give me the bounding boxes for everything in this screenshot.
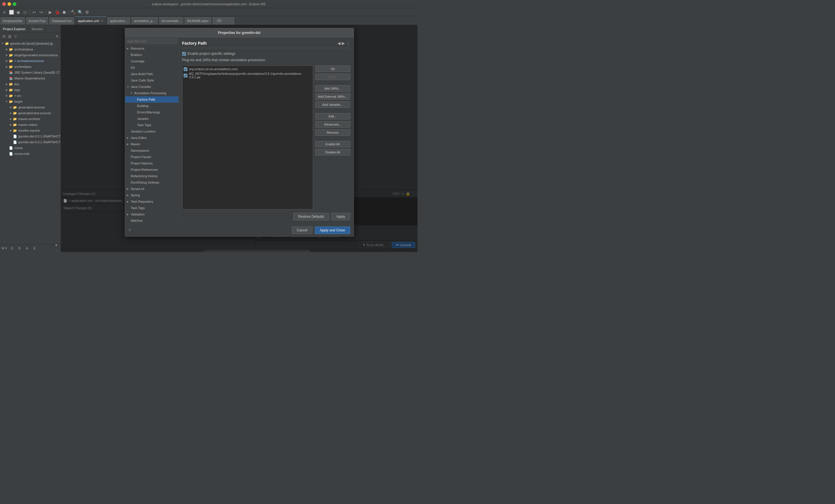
plugin-row-1[interactable]: org.eclipse.jst.ws.annotations.core bbox=[183, 66, 313, 72]
toolbar-btn-6[interactable]: ↪ bbox=[38, 9, 44, 15]
dlg-tree-task-tags[interactable]: Task Tags bbox=[125, 205, 179, 211]
tree-item-doc[interactable]: ▶ 📂 doc bbox=[0, 81, 61, 87]
sidebar-more-btn[interactable]: ⋯ bbox=[53, 249, 60, 252]
dlg-tree-maven[interactable]: ▶ Maven bbox=[125, 141, 179, 147]
tree-item-maven-deps[interactable]: 📚 Maven Dependencies bbox=[0, 76, 61, 81]
sidebar-bottom-b[interactable]: B bbox=[16, 245, 23, 252]
dlg-tree-resource[interactable]: ▶ Resource bbox=[125, 45, 179, 51]
tree-item-mvnw[interactable]: 📄 mvnw bbox=[0, 145, 61, 151]
toolbar-btn-3[interactable]: ◉ bbox=[15, 9, 21, 15]
add-external-jars-button[interactable]: Add External JARs... bbox=[315, 93, 350, 100]
dlg-tree-wikitext[interactable]: WikiText bbox=[125, 217, 179, 224]
maximize-button[interactable] bbox=[13, 2, 16, 6]
tree-item-generated-sources[interactable]: ▶ 📂 target/generated-sources/anno bbox=[0, 52, 61, 58]
dlg-tree-run-debug[interactable]: Run/Debug Settings bbox=[125, 179, 179, 186]
toolbar-btn-debug[interactable]: 🐞 bbox=[54, 9, 60, 15]
dlg-tree-task-tags-child[interactable]: Task Tags bbox=[125, 122, 179, 128]
disable-all-button[interactable]: Disable All bbox=[315, 149, 350, 155]
enable-all-button[interactable]: Enable All bbox=[315, 141, 350, 147]
add-variable-button[interactable]: Add Variable... bbox=[315, 102, 350, 108]
filter-input[interactable] bbox=[126, 39, 177, 44]
dlg-tree-errors-warnings[interactable]: Errors/Warnings bbox=[125, 109, 179, 115]
toolbar-btn-1[interactable]: ≡ bbox=[1, 9, 7, 15]
tab-databasecon[interactable]: DatabaseCon bbox=[49, 17, 75, 25]
dlg-tree-factory-path[interactable]: Factory Path bbox=[125, 96, 179, 103]
tree-item-src-main-java[interactable]: ▶ 📂 src/main/java bbox=[0, 46, 61, 52]
add-jars-button[interactable]: Add JARs... bbox=[315, 85, 350, 92]
sidebar-collapse-btn[interactable]: ⊟ bbox=[1, 34, 6, 39]
plugin-row-2[interactable]: M2_REPO/org/apache/tinkerpop/gremlin-ann… bbox=[183, 72, 313, 79]
sidebar-close-btn[interactable]: ✕ bbox=[54, 34, 60, 39]
plugin-checkbox-2[interactable] bbox=[184, 74, 187, 78]
tree-item-mvnw-cmd[interactable]: 📄 mvnw.cmd bbox=[0, 151, 61, 156]
tab-application-yml[interactable]: application.yml ✕ bbox=[75, 17, 107, 25]
sidebar-bottom-wv[interactable]: W V bbox=[1, 245, 7, 252]
dlg-tree-project-facets[interactable]: Project Facets bbox=[125, 154, 179, 160]
toolbar-btn-gear[interactable]: ⚙ bbox=[84, 9, 90, 15]
nav-forward-button[interactable]: ▶ bbox=[342, 41, 345, 45]
tree-item-src-main-resources[interactable]: ▶ 📂 > src/main/resources bbox=[0, 58, 61, 64]
toolbar-btn-build[interactable]: 🔨 bbox=[70, 9, 76, 15]
sidebar-tab-project-explorer[interactable]: Project Explorer bbox=[0, 25, 29, 33]
restore-defaults-button[interactable]: Restore Defaults bbox=[293, 213, 329, 220]
tab-dcl-annotati[interactable]: dcl-annotati... bbox=[158, 17, 184, 25]
dlg-tree-java-compiler[interactable]: ▼ Java Compiler bbox=[125, 84, 179, 90]
sidebar-bottom-d[interactable]: D bbox=[9, 245, 15, 252]
sidebar-bottom-e[interactable]: E bbox=[31, 245, 38, 252]
sidebar-tab-servers[interactable]: Servers bbox=[29, 25, 46, 33]
cancel-button[interactable]: Cancel bbox=[292, 227, 312, 234]
toolbar-btn-7[interactable]: ▶ bbox=[47, 9, 54, 15]
dlg-tree-coverage[interactable]: Coverage bbox=[125, 58, 179, 64]
tree-item-src-test-java[interactable]: ▶ 📂 src/test/java bbox=[0, 64, 61, 69]
dlg-tree-namespaces[interactable]: Namespaces bbox=[125, 147, 179, 154]
dlg-tree-project-natures[interactable]: Project Natures bbox=[125, 160, 179, 166]
apply-button[interactable]: Apply bbox=[331, 213, 350, 220]
dlg-tree-builders[interactable]: Builders bbox=[125, 51, 179, 58]
tab-application2[interactable]: application... bbox=[106, 17, 131, 25]
dlg-tree-refactoring-history[interactable]: Refactoring History bbox=[125, 173, 179, 179]
sidebar-bottom-a[interactable]: A bbox=[24, 245, 30, 252]
toolbar-btn-stop[interactable]: ⏹ bbox=[61, 9, 67, 15]
minimize-button[interactable] bbox=[7, 2, 11, 6]
toolbar-btn-2[interactable]: ⬜ bbox=[8, 9, 15, 15]
sidebar-link-btn[interactable]: ⛓ bbox=[7, 34, 12, 39]
tree-item-target[interactable]: ▼ 📂 target bbox=[0, 99, 61, 104]
up-button[interactable]: Up bbox=[315, 65, 350, 72]
tree-item-jre[interactable]: 📚 JRE System Library [JavaSE-17 bbox=[0, 69, 61, 76]
plugin-checkbox-1[interactable] bbox=[184, 67, 187, 71]
nav-more-button[interactable]: ⋮ bbox=[346, 41, 350, 45]
tree-item-maven-status[interactable]: ▶ 📂 maven-status bbox=[0, 122, 61, 128]
dlg-tree-javadoc-location[interactable]: Javadoc Location bbox=[125, 128, 179, 134]
dlg-tree-sonarlint[interactable]: ▶ SonarLint bbox=[125, 186, 179, 192]
dlg-tree-validation[interactable]: ▶ Validation bbox=[125, 211, 179, 217]
tab-more[interactable]: +5 bbox=[212, 17, 235, 25]
remove-button[interactable]: Remove bbox=[315, 129, 350, 136]
tree-item-gen-sources[interactable]: ▶ 📂 generated-sources bbox=[0, 104, 61, 110]
toolbar-btn-5[interactable]: ↩ bbox=[31, 9, 37, 15]
nav-back-button[interactable]: ◀ bbox=[338, 41, 341, 45]
tab-readme[interactable]: README.adoc bbox=[184, 17, 212, 25]
sidebar-filter-btn[interactable]: ▽ bbox=[13, 34, 18, 39]
tab-annotation[interactable]: annotation_p... bbox=[131, 17, 158, 25]
dlg-tree-java-build-path[interactable]: Java Build Path bbox=[125, 71, 179, 77]
dlg-tree-project-references[interactable]: Project References bbox=[125, 166, 179, 173]
tab-auctiontrav[interactable]: AuctionTrav bbox=[25, 17, 49, 25]
dlg-tree-annotation-processing[interactable]: ▼ Annotation Processing bbox=[125, 90, 179, 96]
tree-item-src[interactable]: ▶ 📂 > src bbox=[0, 93, 61, 99]
dlg-tree-git[interactable]: Git bbox=[125, 64, 179, 71]
help-icon[interactable]: ? bbox=[128, 228, 131, 233]
edit-button[interactable]: Edit... bbox=[315, 113, 350, 120]
dlg-tree-task-repository[interactable]: ▶ Task Repository bbox=[125, 198, 179, 205]
dlg-tree-building[interactable]: Building bbox=[125, 103, 179, 109]
dlg-tree-java-editor[interactable]: ▶ Java Editor bbox=[125, 134, 179, 141]
dlg-tree-spring[interactable]: ▶ Spring bbox=[125, 192, 179, 198]
down-button[interactable]: Down bbox=[315, 74, 350, 80]
dlg-tree-javadoc[interactable]: Javadoc bbox=[125, 115, 179, 122]
close-button[interactable] bbox=[2, 2, 6, 6]
plugins-table[interactable]: org.eclipse.jst.ws.annotations.core M2_R… bbox=[182, 65, 313, 209]
tree-item-jar1[interactable]: 📄 gremlin-dsl-0.0.1-SNAPSHCT bbox=[0, 133, 61, 139]
toolbar-btn-search[interactable]: 🔍 bbox=[77, 9, 83, 15]
tree-item-jar2[interactable]: 📄 gremlin-dsl-0.0.1-SNAPSHCT bbox=[0, 139, 61, 145]
dlg-tree-java-code-style[interactable]: Java Code Style bbox=[125, 77, 179, 84]
tree-item-surefire[interactable]: ▶ 📂 surefire-reports bbox=[0, 128, 61, 133]
